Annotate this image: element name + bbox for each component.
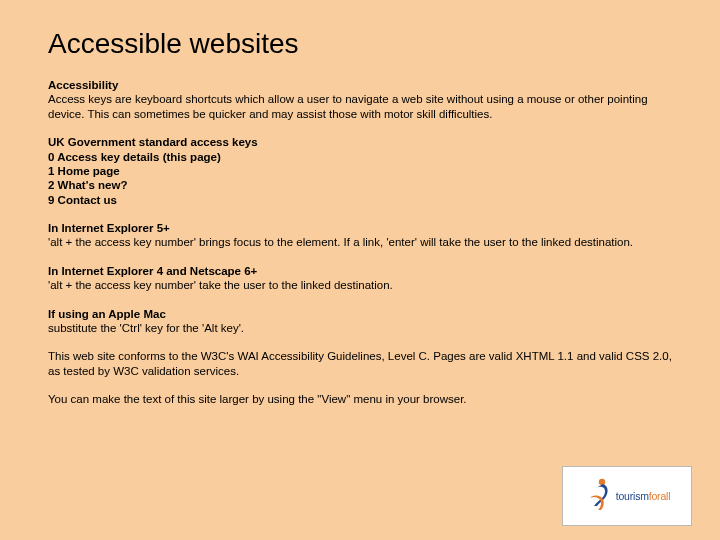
heading-ie4: In Internet Explorer 4 and Netscape 6+ bbox=[48, 264, 672, 278]
list-item: 0 Access key details (this page) bbox=[48, 150, 672, 164]
heading-mac: If using an Apple Mac bbox=[48, 307, 672, 321]
section-view: You can make the text of this site large… bbox=[48, 392, 672, 406]
logo-tourismforall: tourismforall bbox=[562, 466, 692, 526]
section-mac: If using an Apple Mac substitute the 'Ct… bbox=[48, 307, 672, 336]
page-title: Accessible websites bbox=[48, 28, 672, 60]
svg-point-0 bbox=[599, 479, 605, 485]
body-ie5: 'alt + the access key number' brings foc… bbox=[48, 235, 672, 249]
list-item: 9 Contact us bbox=[48, 193, 672, 207]
list-item: 2 What's new? bbox=[48, 178, 672, 192]
heading-ukgov: UK Government standard access keys bbox=[48, 135, 672, 149]
section-conform: This web site conforms to the W3C's WAI … bbox=[48, 349, 672, 378]
section-accessibility: Accessibility Access keys are keyboard s… bbox=[48, 78, 672, 121]
list-item: 1 Home page bbox=[48, 164, 672, 178]
body-conform: This web site conforms to the W3C's WAI … bbox=[48, 349, 672, 378]
section-ie4: In Internet Explorer 4 and Netscape 6+ '… bbox=[48, 264, 672, 293]
section-ukgov-keys: UK Government standard access keys 0 Acc… bbox=[48, 135, 672, 207]
logo-text: tourismforall bbox=[616, 490, 671, 502]
section-ie5: In Internet Explorer 5+ 'alt + the acces… bbox=[48, 221, 672, 250]
heading-accessibility: Accessibility bbox=[48, 78, 672, 92]
logo-mark-icon bbox=[584, 476, 612, 516]
access-keys-list: 0 Access key details (this page) 1 Home … bbox=[48, 150, 672, 208]
body-mac: substitute the 'Ctrl' key for the 'Alt k… bbox=[48, 321, 672, 335]
heading-ie5: In Internet Explorer 5+ bbox=[48, 221, 672, 235]
body-accessibility: Access keys are keyboard shortcuts which… bbox=[48, 92, 672, 121]
body-ie4: 'alt + the access key number' take the u… bbox=[48, 278, 672, 292]
body-view: You can make the text of this site large… bbox=[48, 392, 672, 406]
